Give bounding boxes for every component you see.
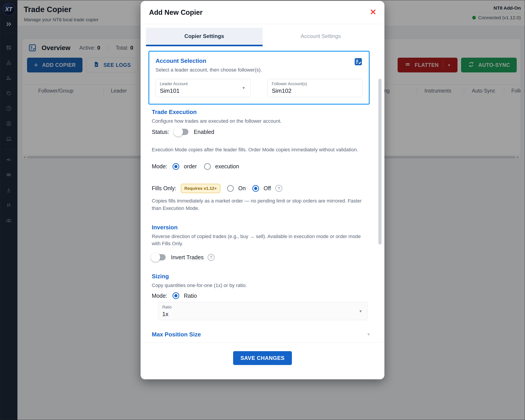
status-row: Status: Enabled (152, 129, 373, 135)
fills-only-row: Fills Only: Requires v1.12+ On Off ? (152, 184, 373, 193)
leader-account-select[interactable]: Leader Account Sim101 ▼ (156, 79, 251, 97)
trade-execution-section: Trade Execution Configure how trades are… (152, 109, 373, 212)
inversion-description: Reverse direction of copied trades (e.g.… (152, 233, 364, 247)
app-screen: XT Trade Copier Manage your NT8 local tr… (0, 0, 525, 420)
account-selection-heading: Account Selection (156, 57, 363, 64)
mode-execution-label: execution (215, 163, 239, 170)
close-icon[interactable]: ✕ (370, 8, 376, 16)
checklist-icon (354, 57, 363, 66)
mode-execution-radio[interactable] (204, 163, 211, 170)
tab-account-settings[interactable]: Account Settings (262, 28, 379, 46)
invert-trades-row: Invert Trades ? (152, 254, 373, 261)
trade-execution-heading: Trade Execution (152, 109, 373, 116)
inversion-section: Inversion Reverse direction of copied tr… (152, 224, 373, 261)
modal-title: Add New Copier (149, 9, 203, 16)
leader-account-value: Sim101 (160, 87, 246, 94)
mode-order-label: order (184, 163, 197, 170)
modal-tabs: Copier Settings Account Settings (146, 28, 379, 46)
fills-only-off-label: Off (263, 185, 271, 192)
sizing-ratio-radio[interactable] (173, 292, 179, 299)
modal-body: Account Selection Select a leader accoun… (141, 46, 384, 342)
mode-label: Mode: (152, 163, 167, 170)
sizing-mode-label: Mode: (152, 293, 167, 299)
follower-accounts-select[interactable]: Follower Account(s) Sim102 (268, 79, 363, 97)
invert-trades-label: Invert Trades (171, 254, 204, 261)
invert-trades-toggle[interactable] (152, 254, 166, 261)
chevron-down-icon: ▼ (242, 86, 245, 90)
sizing-heading: Sizing (152, 273, 373, 280)
toggle-knob (174, 127, 183, 137)
modal-header: Add New Copier ✕ (141, 1, 384, 24)
help-icon[interactable]: ? (208, 254, 215, 261)
fills-only-on-label: On (238, 185, 246, 192)
ratio-select[interactable]: Ratio 1x ▼ (158, 302, 367, 320)
status-toggle[interactable] (175, 129, 188, 135)
fills-only-label: Fills Only: (152, 185, 176, 192)
ratio-field-label: Ratio (162, 305, 363, 309)
follower-accounts-value: Sim102 (272, 87, 358, 94)
modal-scrollbar-thumb[interactable] (378, 79, 382, 244)
toggle-knob (151, 252, 160, 262)
max-position-size-section[interactable]: Max Position Size ▼ (152, 331, 373, 338)
chevron-down-icon[interactable]: ▼ (366, 332, 371, 337)
help-icon[interactable]: ? (275, 185, 282, 192)
sizing-ratio-label: Ratio (184, 293, 197, 299)
sizing-section: Sizing Copy quantities one-for-one (1x) … (152, 273, 373, 320)
fills-only-on-radio[interactable] (227, 185, 234, 192)
inversion-heading: Inversion (152, 224, 373, 231)
sizing-description: Copy quantities one-for-one (1x) or by r… (152, 282, 373, 289)
chevron-down-icon: ▼ (359, 309, 362, 313)
requires-version-badge: Requires v1.12+ (181, 184, 220, 193)
trade-execution-description: Configure how trades are executed on the… (152, 118, 373, 125)
follower-accounts-label: Follower Account(s) (272, 82, 358, 86)
sizing-mode-row: Mode: Ratio (152, 292, 373, 299)
account-selection-description: Select a leader account, then choose fol… (156, 66, 363, 74)
status-label: Status: (152, 129, 169, 135)
fills-only-off-radio[interactable] (252, 185, 259, 192)
save-changes-button[interactable]: SAVE CHANGES (233, 351, 292, 365)
ratio-field-value: 1x (162, 311, 363, 318)
mode-order-radio[interactable] (173, 163, 179, 170)
mode-row: Mode: order execution (152, 163, 373, 170)
account-selection-section: Account Selection Select a leader accoun… (148, 51, 370, 105)
mode-note: Execution Mode copies after the leader f… (152, 146, 373, 153)
max-position-size-heading: Max Position Size (152, 331, 201, 338)
fills-only-note: Copies fills immediately as a market ord… (152, 197, 364, 212)
modal-footer: SAVE CHANGES (141, 342, 384, 379)
add-copier-modal: Add New Copier ✕ Copier Settings Account… (141, 1, 384, 379)
leader-account-label: Leader Account (160, 82, 246, 86)
tab-copier-settings[interactable]: Copier Settings (146, 28, 262, 46)
status-value: Enabled (194, 129, 214, 135)
